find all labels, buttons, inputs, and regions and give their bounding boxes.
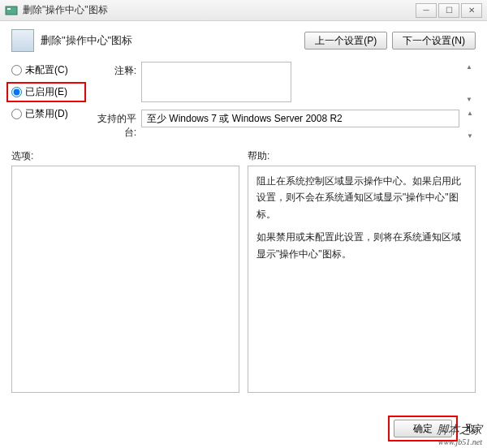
window-controls: ─ ☐ ✕ <box>416 3 482 18</box>
radio-enabled[interactable]: 已启用(E) <box>11 85 81 99</box>
watermark-url: www.jb51.net <box>437 437 482 446</box>
maximize-button[interactable]: ☐ <box>438 3 459 18</box>
window-title: 删除"操作中心"图标 <box>23 3 416 17</box>
options-column: 选项: <box>11 149 239 393</box>
radio-disabled-label: 已禁用(D) <box>25 107 68 121</box>
svg-rect-1 <box>7 8 11 10</box>
scroll-up-icon[interactable]: ▲ <box>466 63 472 71</box>
split-panels: 选项: 帮助: 阻止在系统控制区域显示操作中心。如果启用此设置，则不会在系统通知… <box>0 149 487 393</box>
help-paragraph-1: 阻止在系统控制区域显示操作中心。如果启用此设置，则不会在系统通知区域显示"操作中… <box>256 173 467 222</box>
scroll-up-icon[interactable]: ▲ <box>467 110 473 117</box>
scroll-down-icon[interactable]: ▼ <box>467 132 473 140</box>
radio-group: 未配置(C) 已启用(E) 已禁用(D) <box>11 62 81 140</box>
next-setting-button[interactable]: 下一个设置(N) <box>392 32 476 50</box>
comment-scrollbar[interactable]: ▲ ▼ <box>463 62 476 105</box>
help-column: 帮助: 阻止在系统控制区域显示操作中心。如果启用此设置，则不会在系统通知区域显示… <box>248 149 476 393</box>
comment-label: 注释: <box>89 62 136 105</box>
page-title: 删除"操作中心"图标 <box>41 33 304 48</box>
platform-scroll[interactable]: ▲ ▼ <box>464 110 476 140</box>
radio-enabled-input[interactable] <box>11 87 22 97</box>
radio-disabled-input[interactable] <box>11 109 22 119</box>
radio-enabled-label: 已启用(E) <box>25 85 67 99</box>
platform-label: 支持的平台: <box>89 110 136 140</box>
radio-not-configured-input[interactable] <box>11 65 22 75</box>
comment-row: 注释: ▲ ▼ <box>89 62 476 105</box>
scroll-down-icon[interactable]: ▼ <box>466 96 472 103</box>
platform-value: 至少 Windows 7 或 Windows Server 2008 R2 <box>147 112 343 126</box>
watermark: 脚本之家 www.jb51.net <box>437 423 482 446</box>
help-label: 帮助: <box>248 149 476 164</box>
right-column: 注释: ▲ ▼ 支持的平台: 至少 Windows 7 或 Windows Se… <box>89 62 476 140</box>
minimize-button[interactable]: ─ <box>416 3 437 18</box>
watermark-text: 脚本之家 <box>437 424 482 436</box>
prev-setting-button[interactable]: 上一个设置(P) <box>304 32 387 50</box>
highlight-enabled: 已启用(E) <box>6 82 86 102</box>
header-row: 删除"操作中心"图标 上一个设置(P) 下一个设置(N) <box>0 21 487 58</box>
app-icon <box>5 4 18 17</box>
policy-icon <box>11 29 34 52</box>
svg-rect-0 <box>6 6 17 15</box>
nav-buttons: 上一个设置(P) 下一个设置(N) <box>304 32 476 50</box>
radio-disabled[interactable]: 已禁用(D) <box>11 107 81 121</box>
config-section: 未配置(C) 已启用(E) 已禁用(D) 注释: ▲ ▼ 支持的平台: <box>0 58 487 144</box>
help-paragraph-2: 如果禁用或未配置此设置，则将在系统通知区域显示"操作中心"图标。 <box>256 229 467 262</box>
comment-input[interactable] <box>141 62 291 102</box>
help-panel: 阻止在系统控制区域显示操作中心。如果启用此设置，则不会在系统通知区域显示"操作中… <box>248 166 476 393</box>
close-button[interactable]: ✕ <box>461 3 482 18</box>
platform-box: 至少 Windows 7 或 Windows Server 2008 R2 <box>141 110 459 127</box>
title-bar: 删除"操作中心"图标 ─ ☐ ✕ <box>0 0 487 21</box>
options-label: 选项: <box>11 149 239 164</box>
platform-row: 支持的平台: 至少 Windows 7 或 Windows Server 200… <box>89 110 476 140</box>
radio-not-configured[interactable]: 未配置(C) <box>11 63 81 77</box>
radio-not-configured-label: 未配置(C) <box>25 63 68 77</box>
options-panel <box>11 166 239 393</box>
